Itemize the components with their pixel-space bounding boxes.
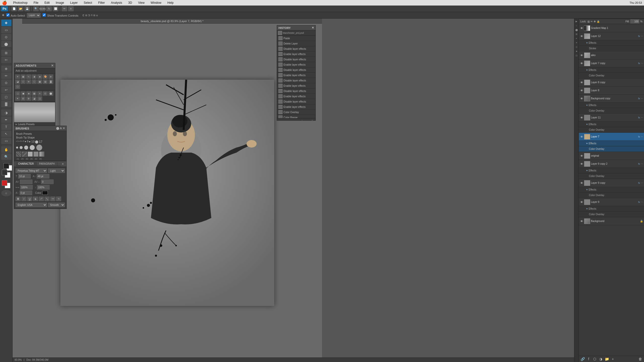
layer-sub-color-overlay-7[interactable]: Color Overlay <box>579 146 644 152</box>
rsb-icon-8[interactable]: ★ <box>575 50 578 53</box>
align-bottom-btn[interactable]: ⊔ <box>96 14 98 17</box>
spot-heal-tool[interactable]: ⊕ <box>1 65 11 72</box>
hand-tool[interactable]: ✋ <box>1 146 11 153</box>
lasso-tool[interactable]: ⊙ <box>1 34 11 40</box>
adj-icon-r2-6[interactable]: ⊡ <box>43 91 48 96</box>
layer-mask-btn[interactable]: ⬡ <box>592 357 597 361</box>
adj-icon-r2-3[interactable]: ◈ <box>26 91 31 96</box>
brushes-icon-1[interactable]: ⬤ <box>56 127 59 130</box>
history-new-snap-btn[interactable]: 📷 <box>301 119 305 121</box>
underline-btn[interactable]: U <box>27 197 32 201</box>
layer-eye-layer-12[interactable]: 👁 <box>580 34 583 38</box>
crop-tool[interactable]: ⊞ <box>1 50 11 56</box>
layer-eye-layer-11[interactable]: 👁 <box>580 116 583 119</box>
layer-eye-layer-8-copy[interactable]: 👁 <box>580 81 583 84</box>
layer-original[interactable]: 👁 original <box>579 152 644 160</box>
antialiasing-select[interactable]: Smooth <box>48 203 65 207</box>
eyedropper-tool[interactable]: ✄ <box>1 57 11 63</box>
history-item-11[interactable]: Disable layer effects <box>277 88 315 94</box>
menu-help[interactable]: Help <box>166 1 175 5</box>
character-close-btn[interactable]: ✕ <box>61 162 65 166</box>
superscript-btn[interactable]: Ts <box>39 197 44 201</box>
smallcaps-btn[interactable]: Tt <box>56 197 61 201</box>
adj-exposure-btn[interactable]: ◑ <box>32 74 37 79</box>
brush-sample-hard-xl[interactable] <box>36 145 42 151</box>
menu-file[interactable]: File <box>32 1 39 5</box>
adj-icon-r2-4[interactable]: ▦ <box>32 91 37 96</box>
baseline-input[interactable] <box>20 191 32 195</box>
pen-tool[interactable]: ✒ <box>1 116 11 123</box>
rsb-icon-1[interactable]: ▶ <box>575 20 578 23</box>
history-brush-tool[interactable]: ↩ <box>1 86 11 93</box>
brush-tip-item[interactable]: Brush Tip Shape <box>15 136 65 140</box>
history-item-10[interactable]: Enable layer effects <box>277 83 315 88</box>
menu-window[interactable]: Window <box>150 1 163 5</box>
layer-link-btn[interactable]: 🔗 <box>580 357 585 361</box>
layer-sub-effects-7[interactable]: ✦ Effects <box>579 141 644 146</box>
new-layer-btn[interactable]: + <box>611 357 615 361</box>
zoom-tool[interactable]: 🔍 <box>1 153 11 160</box>
history-item-8[interactable]: Enable layer effects <box>277 73 315 78</box>
menu-select[interactable]: Select <box>83 1 93 5</box>
kerning-input[interactable] <box>20 179 32 184</box>
layer-layer-9-copy[interactable]: 👁 Layer 9 copy fx ⋯ <box>579 179 644 187</box>
layer-sub-color-overlay-11[interactable]: Color Overlay <box>579 127 644 133</box>
layer-sub-effects-11[interactable]: ✦ Effects <box>579 122 644 127</box>
rsb-icon-9[interactable]: ⊡ <box>575 54 578 57</box>
brush-textured-2[interactable] <box>22 152 27 157</box>
canvas-document[interactable] <box>60 80 274 306</box>
adj-icon-r2-8[interactable]: ✦ <box>15 96 20 101</box>
layer-fx-layer-12[interactable]: fx <box>638 35 640 37</box>
layer-fx-layer-9[interactable]: fx <box>638 201 640 203</box>
adj-icon-r2-9[interactable]: ⊟ <box>21 96 26 101</box>
layer-sub-effects-9c2[interactable]: ✦ Effects <box>579 168 644 173</box>
new-group-btn[interactable]: 📁 <box>605 357 609 361</box>
align-center-btn[interactable]: ⊟ <box>85 14 87 17</box>
layer-fx-layer-9-copy-2[interactable]: fx <box>638 163 640 165</box>
path-selection-tool[interactable]: ↖ <box>1 130 11 137</box>
adj-channel-mixer-btn[interactable]: ≋ <box>26 79 31 84</box>
layer-sub-effects-7copy[interactable]: ✦ Effects <box>579 67 644 73</box>
history-item-paste[interactable]: Paste <box>277 36 315 41</box>
history-item-14[interactable]: Enable layer effects <box>277 104 315 110</box>
brush-size-3[interactable]: • 3 <box>19 140 21 144</box>
rsb-icon-2[interactable]: ○ <box>575 24 578 27</box>
adj-icon-r2-10[interactable]: ⊕ <box>26 96 31 101</box>
adj-icon-r2-1[interactable]: ◻ <box>15 91 20 96</box>
history-item-12[interactable]: Enable layer effects <box>277 94 315 99</box>
strikethrough-btn[interactable]: S̶ <box>33 197 38 201</box>
layer-sub-color-overlay-9[interactable]: Color Overlay <box>579 212 644 217</box>
adjustments-close-btn[interactable]: ✕ <box>51 64 54 67</box>
layer-layer-8-copy[interactable]: 👁 Layer 8 copy <box>579 78 644 86</box>
rotate-btn[interactable]: ↻ <box>46 6 52 11</box>
brush-size-13[interactable]: ● 13 <box>29 140 34 144</box>
font-weight-select[interactable]: Light <box>48 168 65 173</box>
adj-invert-btn[interactable]: ⬡ <box>32 79 37 84</box>
delete-layer-btn[interactable]: 🗑 <box>638 357 642 361</box>
layer-menu-layer-9[interactable]: ⋯ <box>641 201 643 203</box>
quick-mask-btn[interactable]: ○ <box>1 190 11 196</box>
brush-sample-soft-sm[interactable] <box>16 147 18 149</box>
layer-sub-effects-9[interactable]: ✦ Effects <box>579 206 644 212</box>
brush-presets-item[interactable]: Brush Presets <box>15 132 65 136</box>
layer-menu-layer-11[interactable]: ⋯ <box>641 116 643 119</box>
layer-fx-layer-9-copy[interactable]: fx <box>638 182 640 184</box>
layer-eye-layer-8[interactable]: 👁 <box>580 89 583 92</box>
align-top-btn[interactable]: ⊓ <box>91 14 93 17</box>
layer-layer-11[interactable]: 👁 Layer 11 fx ⋯ <box>579 114 644 122</box>
brush-size-17[interactable]: ⬤ 17 <box>35 140 43 144</box>
eraser-tool[interactable]: ◻ <box>1 94 11 100</box>
layer-sub-color-overlay-9c[interactable]: Color Overlay <box>579 193 644 198</box>
layer-layer-8[interactable]: 👁 Layer 8 <box>579 86 644 95</box>
font-family-select[interactable]: Perpetua Titling MT <box>16 168 47 173</box>
menu-view[interactable]: View <box>137 1 146 5</box>
shape-tool[interactable]: ▭ <box>1 138 11 144</box>
brush-flat-2[interactable] <box>33 152 38 157</box>
layer-menu-layer-9-copy[interactable]: ⋯ <box>641 182 643 184</box>
tracking-input[interactable] <box>41 179 54 184</box>
adj-gradient-map-btn[interactable]: ▓ <box>48 79 53 84</box>
layer-eye-background[interactable]: 👁 <box>580 219 583 223</box>
layer-background[interactable]: 👁 Background 🔒 <box>579 217 644 225</box>
adj-icon-r2-12[interactable]: ◫ <box>37 96 42 101</box>
lock-transparent-btn[interactable]: ▥ <box>587 20 590 23</box>
